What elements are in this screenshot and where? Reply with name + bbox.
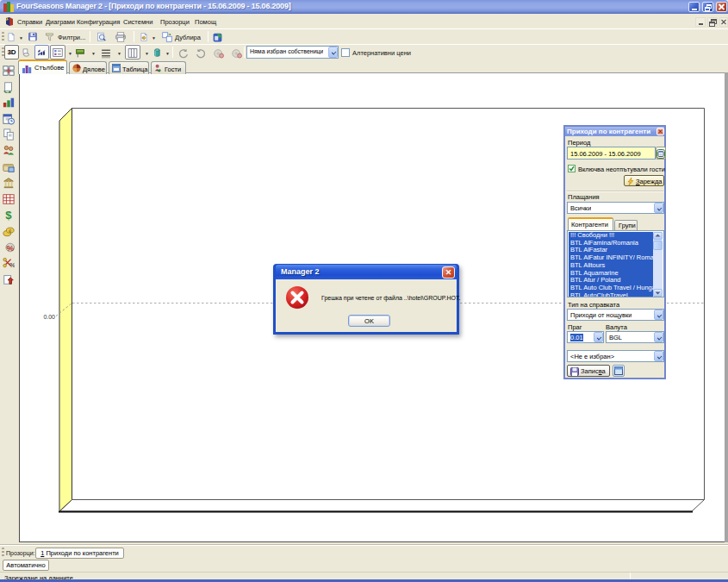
svg-text:¢: ¢ xyxy=(9,228,12,234)
svg-text:0.00: 0.00 xyxy=(43,314,55,320)
svg-text:%: % xyxy=(6,243,14,253)
svg-text:%: % xyxy=(9,261,15,269)
svg-text:$: $ xyxy=(5,209,12,221)
